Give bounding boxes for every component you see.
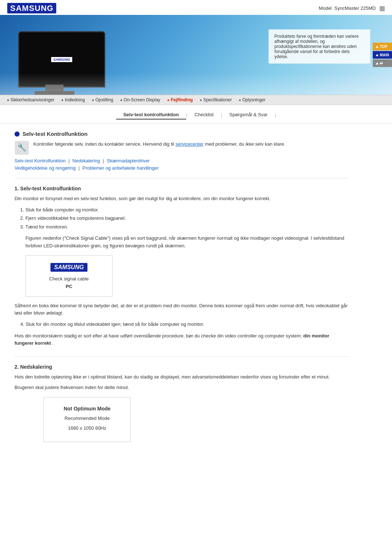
- hero-description: Produktets farve og fremtræden kan varie…: [269, 29, 370, 64]
- breadcrumb-nedskalering[interactable]: Nedskalering: [73, 158, 100, 163]
- section-divider-2: [15, 356, 348, 357]
- main-button[interactable]: MAIN: [373, 51, 392, 59]
- section1-step-1: Sluk for både computer og monitor.: [25, 206, 348, 214]
- hero-banner: SAMSUNG Produktets farve og fremtræden k…: [0, 15, 392, 95]
- hero-wave-decoration: [0, 73, 392, 95]
- nav-item-osd[interactable]: On-Screen Display: [121, 97, 160, 102]
- sub-nav-selvtest[interactable]: Selv-test kontrolfunktion: [116, 110, 186, 119]
- section2-p1: Hvis den lodrette opløsning ikke er i op…: [15, 373, 348, 381]
- section1-p1: Din monitor er forsynet med en selv-test…: [15, 195, 348, 203]
- signal-box-line2: PC: [33, 284, 105, 289]
- sub-nav-checklist[interactable]: Checklist: [187, 110, 221, 119]
- section1-step-3: Tænd for monitoren.: [25, 223, 348, 231]
- section1-step-2: Fjern videostikkablet fra computerens ba…: [25, 214, 348, 222]
- mode-box-title: Not Optimum Mode: [51, 405, 123, 413]
- arrow-up-icon: [376, 54, 379, 56]
- blue-dot-icon: [15, 131, 20, 137]
- section1-steps: Sluk for både computer og monitor. Fjern…: [25, 206, 348, 231]
- sub-nav-qa[interactable]: Spørgsmål & Svar: [222, 110, 275, 119]
- mode-box-line2: 1680 x 1050 60Hz: [51, 425, 123, 432]
- section-divider-1: [15, 178, 348, 178]
- main-content: Selv-test Kontrolfunktion 🔧 Kontroller f…: [0, 123, 363, 458]
- section1-final: Hvis din monitorskærm stadig er sort eft…: [15, 332, 348, 348]
- nav-item-indledning[interactable]: Indledning: [62, 97, 85, 102]
- section-1: 1. Selv-test Kontrolfunktion Din monitor…: [15, 186, 348, 347]
- section1-step4-list: 4. Sluk for din monitor og tilslut video…: [25, 320, 348, 328]
- nav-item-oplysninger[interactable]: Oplysninger: [239, 97, 266, 102]
- intro-text: Kontroller følgende selv, inden du konta…: [33, 141, 285, 148]
- nav-item-specifikationer[interactable]: Specifikationer: [200, 97, 232, 102]
- breadcrumb-selvtest[interactable]: Selv-test Kontrolfunktion: [15, 158, 66, 163]
- arrow-up-icon: [376, 62, 379, 64]
- breadcrumb-row-2: Vedligeholdelse og rengøring | Problemer…: [15, 165, 348, 171]
- section2-title: 2. Nedskalering: [15, 364, 348, 370]
- nav-item-fejlfinding[interactable]: Fejlfinding: [168, 97, 193, 102]
- page-section-title: Selv-test Kontrolfunktion: [23, 131, 87, 137]
- arrow-up-icon: [376, 45, 379, 48]
- signal-cable-box: SAMSUNG Check signal cable PC: [25, 255, 113, 297]
- link-icon: ⇄: [380, 61, 383, 65]
- samsung-logo: SAMSUNG: [7, 4, 56, 13]
- page-section-header: Selv-test Kontrolfunktion: [15, 131, 348, 137]
- top-button[interactable]: TOP: [373, 43, 392, 50]
- link-button[interactable]: ⇄: [373, 60, 392, 67]
- main-navigation: Sikkerhedsanvisninger Indledning Opstill…: [0, 95, 392, 105]
- breadcrumb-row-1: Selv-test Kontrolfunktion | Nedskalering…: [15, 158, 348, 163]
- nav-item-sikkerhed[interactable]: Sikkerhedsanvisninger: [7, 97, 54, 102]
- signal-box-line1: Check signal cable: [33, 276, 105, 281]
- intro-row: 🔧 Kontroller følgende selv, inden du kon…: [15, 141, 348, 155]
- section1-step-4: 4. Sluk for din monitor og tilslut video…: [20, 320, 348, 328]
- wrench-icon: 🔧: [15, 141, 29, 155]
- page-header: SAMSUNG Model SyncMaster 225MD: [0, 0, 392, 13]
- section1-indented-text: Figuren nedenfor ("Check Signal Cable") …: [25, 235, 348, 250]
- svg-text:🔧: 🔧: [17, 143, 26, 152]
- side-navigation: TOP MAIN ⇄: [373, 43, 392, 67]
- mode-box: Not Optimum Mode Recommended Mode 1680 x…: [44, 397, 131, 442]
- sub-navigation: Selv-test kontrolfunktion | Checklist | …: [0, 105, 392, 123]
- model-info: Model SyncMaster 225MD: [319, 5, 385, 11]
- breadcrumb-skaermadapter[interactable]: Skærmadapterdriver: [107, 158, 150, 163]
- section1-after-box: Såfremt en boks ikke kommer til syne bet…: [15, 302, 348, 317]
- servicecenter-link[interactable]: servicecenter: [175, 141, 203, 147]
- section2-p2: Brugeren skal justere frekvensen inden f…: [15, 384, 348, 392]
- signal-box-brand: SAMSUNG: [50, 263, 87, 272]
- mode-box-line1: Recommended Mode: [51, 415, 123, 422]
- breadcrumb-problemer[interactable]: Problemer og anbefalede handlinger: [82, 165, 159, 171]
- breadcrumb-vedligeholdelse[interactable]: Vedligeholdelse og rengøring: [15, 165, 75, 171]
- section-2: 2. Nedskalering Hvis den lodrette opløsn…: [15, 364, 348, 442]
- section1-title: 1. Selv-test Kontrolfunktion: [15, 186, 348, 191]
- nav-item-opstilling[interactable]: Opstilling: [92, 97, 113, 102]
